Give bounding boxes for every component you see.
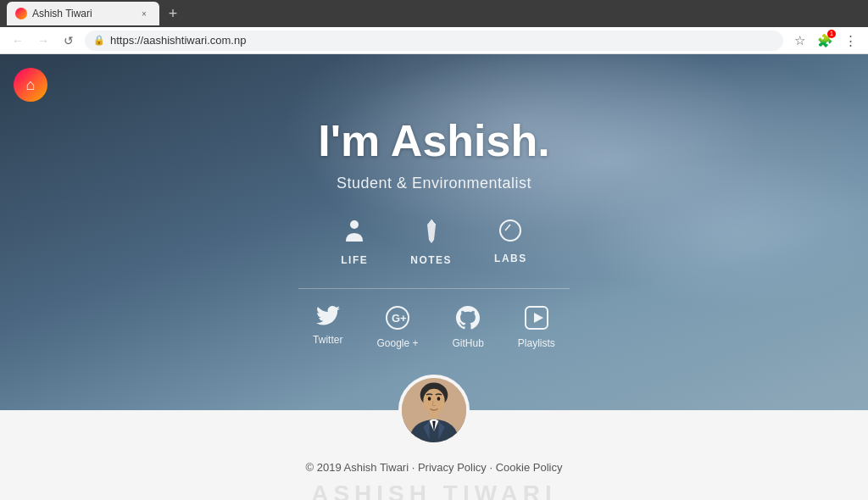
nav-divider	[298, 288, 570, 289]
page-content: ⌂ I'm Ashish. Student & Environmentalist…	[0, 54, 868, 500]
googleplus-icon: G+	[386, 306, 409, 333]
labs-icon	[498, 218, 523, 247]
privacy-policy-link[interactable]: Privacy Policy	[418, 461, 487, 474]
nav-link-notes[interactable]: NOTES	[410, 218, 452, 266]
extension-button[interactable]: 🧩 1	[815, 31, 834, 50]
notification-badge: 1	[827, 30, 836, 38]
nav-link-labs[interactable]: LABS	[494, 218, 527, 266]
playlists-label: Playlists	[518, 337, 555, 349]
social-link-github[interactable]: GitHub	[453, 306, 484, 349]
svg-point-11	[428, 397, 431, 401]
tab-close-button[interactable]: ×	[137, 7, 151, 20]
life-label: LIFE	[341, 254, 368, 266]
svg-text:G+: G+	[392, 312, 407, 325]
back-button[interactable]: ←	[8, 31, 27, 50]
footer-text: © 2019 Ashish Tiwari · Privacy Policy · …	[306, 461, 563, 474]
tab-bar: Ashish Tiwari × +	[7, 0, 183, 27]
googleplus-label: Google +	[376, 337, 418, 349]
nav-link-life[interactable]: LIFE	[341, 218, 368, 266]
life-icon	[342, 218, 366, 249]
social-link-twitter[interactable]: Twitter	[313, 306, 342, 349]
hero-title: I'm Ashish.	[318, 115, 549, 166]
toolbar-right: ☆ 🧩 1 ⋮	[790, 31, 860, 50]
home-logo[interactable]: ⌂	[14, 68, 47, 102]
reload-button[interactable]: ↺	[59, 31, 78, 50]
github-label: GitHub	[453, 337, 484, 349]
lock-icon: 🔒	[93, 35, 105, 46]
bottom-section: © 2019 Ashish Tiwari · Privacy Policy · …	[0, 410, 868, 500]
social-links: Twitter G+ Google +	[313, 306, 555, 349]
svg-point-1	[500, 220, 520, 241]
notes-label: NOTES	[410, 254, 452, 266]
profile-avatar	[398, 375, 470, 446]
labs-label: LABS	[494, 253, 527, 264]
playlists-icon	[525, 306, 548, 333]
github-icon	[456, 306, 480, 333]
url-input[interactable]: 🔒 https://aashishtiwari.com.np	[85, 31, 783, 51]
social-link-playlists[interactable]: Playlists	[518, 306, 555, 349]
svg-line-2	[505, 225, 510, 231]
hero-subtitle: Student & Environmentalist	[337, 175, 531, 192]
tab-favicon	[15, 8, 27, 19]
copyright-text: © 2019 Ashish Tiwari	[306, 461, 409, 474]
menu-button[interactable]: ⋮	[841, 31, 860, 50]
address-bar: ← → ↺ 🔒 https://aashishtiwari.com.np ☆ 🧩…	[0, 27, 868, 54]
separator1: ·	[412, 461, 418, 474]
twitter-label: Twitter	[313, 334, 342, 346]
forward-button[interactable]: →	[34, 31, 53, 50]
separator2: ·	[490, 461, 496, 474]
tab-title: Ashish Tiwari	[32, 8, 132, 19]
url-text: https://aashishtiwari.com.np	[110, 34, 246, 47]
svg-marker-6	[534, 313, 543, 323]
new-tab-button[interactable]: +	[163, 3, 183, 24]
browser-chrome: Ashish Tiwari × +	[0, 0, 868, 27]
hero-content: I'm Ashish. Student & Environmentalist L…	[298, 115, 570, 349]
home-icon: ⌂	[26, 76, 36, 94]
avatar-image	[402, 378, 466, 442]
svg-rect-10	[430, 412, 437, 418]
hero-section: ⌂ I'm Ashish. Student & Environmentalist…	[0, 54, 868, 410]
cookie-policy-link[interactable]: Cookie Policy	[496, 461, 563, 474]
nav-links: LIFE NOTES	[341, 218, 527, 266]
twitter-icon	[316, 306, 340, 330]
svg-point-9	[423, 389, 444, 414]
active-tab[interactable]: Ashish Tiwari ×	[7, 2, 159, 25]
svg-point-0	[350, 220, 359, 229]
watermark-text: ASHISH TIWARI	[311, 481, 557, 500]
social-link-googleplus[interactable]: G+ Google +	[376, 306, 418, 349]
star-button[interactable]: ☆	[790, 31, 809, 50]
svg-point-12	[437, 397, 441, 401]
notes-icon	[420, 218, 442, 249]
